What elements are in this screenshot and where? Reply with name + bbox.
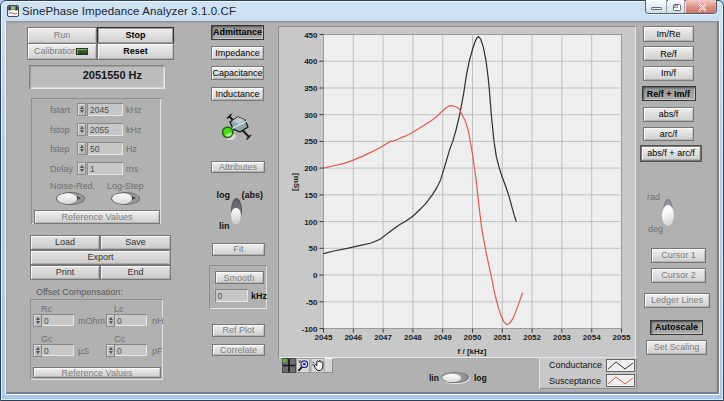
svg-text:2049: 2049	[434, 333, 452, 342]
svg-text:f / [kHz]: f / [kHz]	[458, 347, 487, 356]
svg-text:2055: 2055	[613, 333, 631, 342]
svg-text:-50: -50	[306, 297, 318, 306]
svg-text:350: 350	[304, 84, 318, 93]
svg-text:2047: 2047	[374, 333, 392, 342]
svg-text:2054: 2054	[583, 333, 601, 342]
svg-text:50: 50	[309, 244, 318, 253]
svg-text:2045: 2045	[315, 333, 333, 342]
svg-text:2051: 2051	[493, 333, 511, 342]
svg-text:2053: 2053	[553, 333, 571, 342]
svg-text:[mS]: [mS]	[292, 173, 301, 191]
svg-text:450: 450	[304, 30, 318, 39]
svg-text:2046: 2046	[344, 333, 362, 342]
svg-text:400: 400	[304, 57, 318, 66]
svg-text:250: 250	[304, 137, 318, 146]
svg-text:2048: 2048	[404, 333, 422, 342]
svg-text:100: 100	[304, 217, 318, 226]
svg-text:2052: 2052	[523, 333, 541, 342]
svg-text:0: 0	[313, 271, 318, 280]
svg-text:2050: 2050	[464, 333, 482, 342]
svg-text:300: 300	[304, 110, 318, 119]
svg-text:150: 150	[304, 190, 318, 199]
svg-text:200: 200	[304, 164, 318, 173]
